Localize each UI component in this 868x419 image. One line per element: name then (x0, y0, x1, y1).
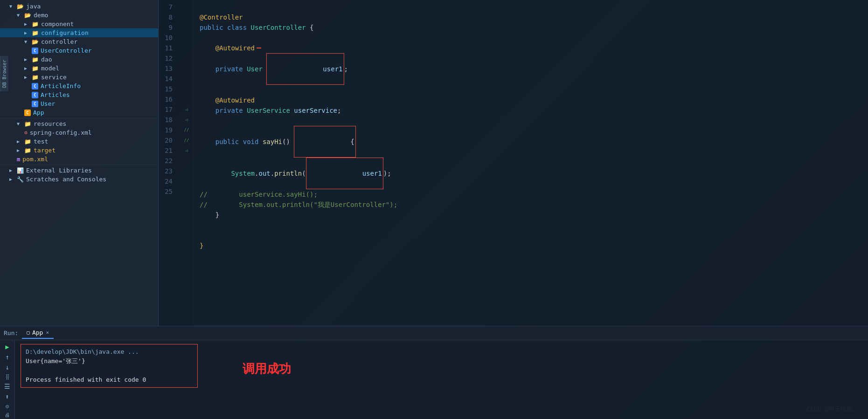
comment-token: // System.out.println("我是UserController"… (200, 199, 397, 210)
tree-label: External Libraries (26, 167, 92, 174)
code-line-7 (200, 2, 861, 12)
console-output: D:\develop\JDK\bin\java.exe ... User{nam… (15, 340, 868, 419)
tree-item-articleinfo[interactable]: C ArticleInfo (0, 82, 158, 90)
settings-button[interactable]: ☰ (2, 383, 13, 390)
console-line-2: User{name='张三'} (26, 357, 193, 366)
tree-item-spring-config[interactable]: ⚙ spring-config.xml (0, 128, 158, 137)
arrow-icon (24, 21, 30, 27)
scroll-down-button[interactable]: ↓ (2, 364, 13, 371)
tree-label: spring-config.xml (30, 129, 92, 136)
code-line-10 (200, 33, 861, 43)
tree-label: UserController (41, 47, 92, 54)
tree-item-demo[interactable]: demo (0, 11, 158, 20)
var-token: userService (294, 105, 337, 116)
folder-icon (24, 138, 31, 145)
scroll-up-button[interactable]: ↑ (2, 353, 13, 361)
code-line-15: private UserService userService ; (200, 105, 861, 116)
tree-item-ext-libraries[interactable]: 📊 External Libraries (0, 166, 158, 175)
folder-open-icon (17, 3, 24, 10)
tree-label: dao (41, 56, 52, 63)
tree-item-resources[interactable]: 📁 resources (0, 119, 158, 128)
code-line-11: @Autowired (200, 43, 861, 53)
tree-label: Articles (41, 91, 70, 98)
code-line-14: @Autowired (200, 95, 861, 105)
success-message: 调用成功 (243, 361, 291, 377)
code-line-12: private User user1 ; (200, 53, 861, 85)
code-text: . (255, 168, 258, 179)
tree-label: pom.xml (22, 156, 48, 163)
tree-item-pom[interactable]: m pom.xml (0, 155, 158, 164)
arrow-icon (17, 148, 22, 153)
tree-item-target[interactable]: target (0, 146, 158, 155)
code-text (263, 64, 266, 74)
code-text (200, 64, 215, 74)
folder-open-icon (32, 38, 39, 45)
class-icon: C (32, 48, 38, 54)
camera-button[interactable]: ◎ (2, 403, 13, 409)
arrow-icon (9, 177, 15, 182)
tab-app[interactable]: ▢ App × (22, 327, 54, 339)
tree-label: model (41, 65, 59, 72)
tree-item-java[interactable]: java (0, 2, 158, 11)
tree-item-configuration[interactable]: configuration (0, 28, 158, 37)
tab-close-btn[interactable]: × (46, 330, 49, 336)
arrow-icon (9, 168, 15, 173)
db-browser-tab[interactable]: DB Browser (0, 56, 8, 91)
code-line-18: System . out . println ( user1 ); (200, 158, 861, 189)
code-text: . (271, 168, 274, 179)
tree-item-controller[interactable]: controller (0, 37, 158, 46)
code-line-13 (200, 85, 861, 95)
code-text (200, 95, 215, 105)
tree-item-service[interactable]: service (0, 73, 158, 82)
tree-item-component[interactable]: component (0, 20, 158, 28)
tree-item-app[interactable]: C App (0, 108, 158, 117)
arrow-icon (17, 139, 22, 144)
closing-brace: } (200, 240, 203, 251)
class-icon: C (32, 101, 38, 107)
resources-icon: 📁 (24, 121, 31, 127)
file-tree-panel: DB Browser java demo component confi (0, 0, 159, 326)
code-line-19: // userService.sayHi(); (200, 189, 861, 199)
tree-label: test (34, 138, 48, 145)
code-text: ); (383, 168, 391, 179)
arrow-icon (24, 39, 30, 44)
tree-label: resources (34, 120, 66, 127)
tree-item-test[interactable]: test (0, 137, 158, 146)
arrow-icon (9, 4, 15, 9)
pin-button[interactable]: ⬆ (2, 393, 13, 400)
editor-panel: 7 8 9 10 11 12 13 14 15 16 17 18 19 20 2… (159, 0, 868, 326)
tree-item-model[interactable]: model (0, 64, 158, 73)
code-line-25 (200, 251, 861, 261)
tree-item-articles[interactable]: C Articles (0, 90, 158, 99)
library-icon: 📊 (17, 167, 24, 174)
code-line-23 (200, 230, 861, 240)
code-text: ( (302, 168, 306, 179)
code-line-16 (200, 116, 861, 126)
wrap-button[interactable]: ⣿ (2, 374, 13, 380)
run-toolbar: ▶ ↑ ↓ ⣿ ☰ ⬆ ◎ 🖨 (0, 340, 15, 419)
tree-item-scratches[interactable]: 🔧 Scratches and Consoles (0, 175, 158, 184)
print-button[interactable]: 🖨 (2, 412, 13, 418)
code-line-24: } (200, 240, 861, 251)
tree-item-user[interactable]: C User (0, 99, 158, 108)
var-token: user1 (362, 170, 382, 177)
class-icon: C (32, 83, 38, 89)
tree-item-dao[interactable]: dao (0, 55, 158, 64)
run-button[interactable]: ▶ (2, 343, 13, 350)
keyword-token: private (215, 64, 243, 74)
console-line-1: D:\develop\JDK\bin\java.exe ... (26, 347, 193, 357)
tree-item-usercontroller[interactable]: C UserController (0, 46, 158, 55)
folder-icon (32, 21, 39, 27)
field-token: out (258, 168, 270, 179)
code-editor[interactable]: @Controller public class UserController … (192, 0, 868, 326)
arrow-icon (17, 13, 22, 18)
arrow-icon (24, 66, 30, 71)
red-box-user1-param: user1 (306, 158, 383, 189)
run-label: Run: (4, 330, 18, 337)
arrow-icon (24, 75, 30, 80)
class-icon: C (32, 92, 38, 98)
arrow-icon (24, 30, 30, 35)
code-text (200, 105, 215, 116)
var-token: user1 (323, 65, 342, 73)
folder-icon (32, 29, 39, 36)
